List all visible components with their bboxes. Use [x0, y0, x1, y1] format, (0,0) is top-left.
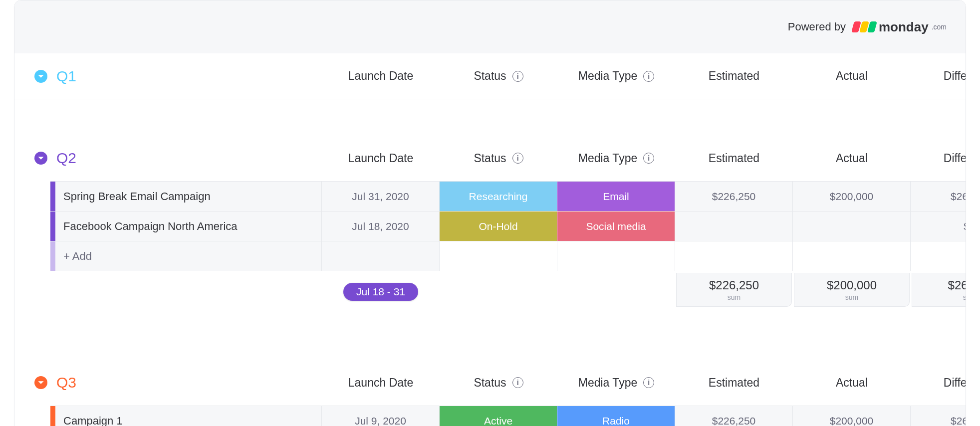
col-launch-date[interactable]: Launch Date: [322, 152, 440, 165]
group-header-q3: Q3 Launch Date Statusi Media Typei Estim…: [14, 360, 966, 406]
sum-actual: $200,000 sum: [794, 273, 910, 307]
group-title: Q1: [56, 68, 76, 85]
chevron-down-icon: [34, 376, 47, 389]
empty-cell: [675, 241, 793, 271]
empty-cell: [557, 241, 675, 271]
group-title: Q2: [56, 150, 76, 167]
launch-cell[interactable]: Jul 18, 2020: [322, 211, 440, 241]
status-cell[interactable]: Active: [440, 406, 557, 426]
add-item-label: + Add: [50, 250, 92, 263]
info-icon[interactable]: i: [643, 377, 654, 388]
launch-cell[interactable]: Jul 31, 2020: [322, 181, 440, 211]
actual-cell[interactable]: [793, 211, 911, 241]
info-icon[interactable]: i: [512, 377, 523, 388]
chevron-down-icon: [34, 152, 47, 165]
col-estimated[interactable]: Estimated: [675, 152, 793, 165]
table-row[interactable]: Campaign 1 Jul 9, 2020 Active Radio $226…: [14, 406, 966, 426]
info-icon[interactable]: i: [512, 71, 523, 82]
col-estimated[interactable]: Estimated: [675, 69, 793, 83]
panel-topbar: Powered by monday.com: [14, 0, 966, 53]
brand-suffix: .com: [932, 23, 947, 31]
brand-name: monday: [879, 19, 929, 35]
empty-cell: [911, 241, 966, 271]
chevron-down-icon: [34, 70, 47, 83]
estimated-cell[interactable]: [675, 211, 793, 241]
col-difference[interactable]: Difference: [911, 69, 966, 83]
group-toggle-q2[interactable]: Q2: [14, 150, 322, 167]
col-status[interactable]: Statusi: [440, 69, 557, 83]
table-row[interactable]: Spring Break Email Campaign Jul 31, 2020…: [14, 181, 966, 211]
status-cell[interactable]: Researching: [440, 181, 557, 211]
monday-logo[interactable]: monday.com: [853, 19, 947, 35]
info-icon[interactable]: i: [643, 71, 654, 82]
col-difference[interactable]: Difference i: [911, 360, 966, 406]
item-name-cell[interactable]: Campaign 1: [50, 406, 322, 426]
actual-cell[interactable]: $200,000: [793, 406, 911, 426]
item-name: Facebook Campaign North America: [50, 220, 238, 233]
status-cell[interactable]: On-Hold: [440, 211, 557, 241]
estimated-cell[interactable]: $226,250: [675, 181, 793, 211]
launch-cell[interactable]: Jul 9, 2020: [322, 406, 440, 426]
col-status[interactable]: Statusi: [440, 376, 557, 390]
col-launch-date[interactable]: Launch Date: [322, 69, 440, 83]
col-actual[interactable]: Actual: [793, 376, 911, 390]
difference-cell[interactable]: $26,250: [911, 406, 966, 426]
media-cell[interactable]: Radio: [557, 406, 675, 426]
group-color-bar: [50, 212, 55, 241]
group-title: Q3: [56, 374, 76, 391]
date-range-summary[interactable]: Jul 18 - 31: [322, 271, 440, 313]
group-header-q2: Q2 Launch Date Statusi Media Typei Estim…: [14, 135, 966, 181]
group-header-q1: Q1 Launch Date Statusi Media Typei Estim…: [14, 53, 966, 99]
col-media-type[interactable]: Media Typei: [557, 152, 675, 165]
add-item-cell[interactable]: + Add: [50, 241, 322, 271]
col-actual[interactable]: Actual: [793, 152, 911, 165]
group-summary-q2: Jul 18 - 31 $226,250 sum $200,000 sum $2…: [14, 271, 966, 313]
group-toggle-q3[interactable]: Q3: [14, 374, 322, 391]
media-cell[interactable]: Social media: [557, 211, 675, 241]
item-name-cell[interactable]: Facebook Campaign North America: [50, 211, 322, 241]
actual-cell[interactable]: $200,000: [793, 181, 911, 211]
empty-cell: [793, 241, 911, 271]
difference-cell[interactable]: $0: [911, 211, 966, 241]
item-name: Spring Break Email Campaign: [50, 190, 211, 203]
media-cell[interactable]: Email: [557, 181, 675, 211]
group-toggle-q1[interactable]: Q1: [14, 68, 322, 85]
date-range-pill: Jul 18 - 31: [343, 283, 418, 301]
info-icon[interactable]: i: [643, 153, 654, 164]
col-actual[interactable]: Actual: [793, 69, 911, 83]
estimated-cell[interactable]: $226,250: [675, 406, 793, 426]
col-estimated[interactable]: Estimated: [675, 376, 793, 390]
add-item-row[interactable]: + Add: [14, 241, 966, 271]
empty-cell: [440, 241, 557, 271]
info-icon[interactable]: i: [512, 153, 523, 164]
sum-estimated: $226,250 sum: [676, 273, 792, 307]
group-color-bar: [50, 406, 55, 426]
powered-by: Powered by monday.com: [788, 19, 947, 35]
group-color-bar: [50, 182, 55, 211]
empty-cell: [322, 241, 440, 271]
sum-difference: $26,250 sum: [912, 273, 966, 307]
item-name: Campaign 1: [50, 415, 123, 426]
col-launch-date[interactable]: Launch Date: [322, 376, 440, 390]
col-media-type[interactable]: Media Typei: [557, 376, 675, 390]
item-name-cell[interactable]: Spring Break Email Campaign: [50, 181, 322, 211]
monday-logo-icon: [853, 21, 877, 32]
col-difference[interactable]: Difference i: [911, 135, 966, 181]
difference-cell[interactable]: $26,250: [911, 181, 966, 211]
board-panel: Powered by monday.com Q1 Launch D: [14, 0, 966, 426]
group-color-bar: [50, 241, 55, 271]
col-status[interactable]: Statusi: [440, 152, 557, 165]
col-media-type[interactable]: Media Typei: [557, 69, 675, 83]
powered-by-label: Powered by: [788, 20, 846, 33]
table-row[interactable]: Facebook Campaign North America Jul 18, …: [14, 211, 966, 241]
